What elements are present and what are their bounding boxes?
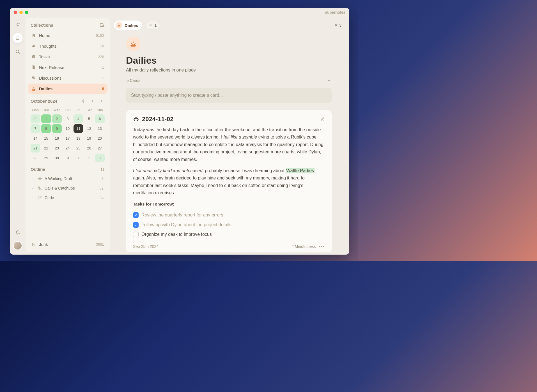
sidebar-item-count: 10 <box>100 44 104 48</box>
calendar-day[interactable]: 7 <box>31 124 40 133</box>
calendar-day[interactable]: 18 <box>74 134 83 143</box>
calendar-next-icon[interactable] <box>98 98 105 104</box>
collapse-icon[interactable] <box>327 78 331 83</box>
phone-icon <box>37 186 42 191</box>
calendar-day[interactable]: 23 <box>52 144 62 153</box>
chevron-right-icon: › <box>32 186 35 190</box>
calendar-day[interactable]: 26 <box>84 144 94 153</box>
filter-count: 1 <box>154 23 157 27</box>
list-view-icon[interactable] <box>13 33 23 43</box>
task-checkbox[interactable]: ✓ <box>133 212 139 218</box>
logo-icon[interactable] <box>13 20 23 30</box>
task-text: Review the quarterly report for any erro… <box>141 211 224 219</box>
card-tag[interactable]: # Mindfulness <box>292 244 316 249</box>
search-icon[interactable] <box>13 47 23 57</box>
calendar-day[interactable]: 14 <box>31 134 40 143</box>
outline-item-count: 52 <box>100 186 104 190</box>
calendar-day[interactable]: 27 <box>95 144 105 153</box>
calendar-prev-icon[interactable] <box>89 98 96 104</box>
sidebar-item-next-release[interactable]: Next Release1 <box>28 62 107 72</box>
calendar-month-label: October 2024 <box>31 99 57 103</box>
calendar-day[interactable]: 10 <box>63 124 72 133</box>
calendar-day[interactable]: 6 <box>95 114 105 123</box>
avatar[interactable] <box>13 241 22 250</box>
sidebar-item-dailies[interactable]: Dailies5 <box>28 84 107 94</box>
outline-item-calls-catchups[interactable]: ›Calls & Catchups52 <box>31 183 105 193</box>
svg-line-23 <box>118 25 118 25</box>
calendar-day[interactable]: 30 <box>52 154 62 162</box>
calendar-today-icon[interactable] <box>80 98 87 104</box>
draft-icon <box>37 176 42 181</box>
sunrise-icon <box>116 22 122 29</box>
sidebar-item-label: Thoughts <box>39 44 57 49</box>
sidebar-item-label: Tasks <box>39 54 50 59</box>
window-zoom[interactable] <box>25 11 28 14</box>
more-icon[interactable]: ••• <box>319 244 325 249</box>
wiki-link[interactable]: Waffle Parties <box>286 168 315 173</box>
outline-item-label: Code <box>45 195 54 200</box>
calendar-day[interactable]: 19 <box>84 134 94 143</box>
calendar-dow: Sat <box>84 107 94 113</box>
page-icon <box>126 36 141 51</box>
calendar-day[interactable]: 13 <box>95 124 105 133</box>
brand-label: supernotes <box>325 10 345 15</box>
notifications-icon[interactable] <box>13 228 23 238</box>
pin-chip[interactable]: 3 <box>332 22 343 29</box>
task-text: Organize my desk to improve focus <box>141 231 212 238</box>
branch-icon <box>37 195 42 200</box>
home-icon <box>31 33 36 38</box>
calendar-day[interactable]: 17 <box>63 134 72 143</box>
sidebar-item-label: Discussions <box>39 76 61 80</box>
chevron-right-icon: › <box>32 177 35 180</box>
task-checkbox[interactable]: ✓ <box>133 222 139 228</box>
calendar-day[interactable]: 11 <box>74 124 83 133</box>
outline-item-count: 7 <box>102 177 104 181</box>
window-minimize[interactable] <box>19 11 23 14</box>
window-close[interactable] <box>14 11 17 14</box>
calendar-day[interactable]: 28 <box>31 154 40 162</box>
outline-item-label: A Working Draft <box>45 176 72 181</box>
calendar-day[interactable]: 12 <box>84 124 94 133</box>
calendar-day[interactable]: 16 <box>52 134 62 143</box>
breadcrumb[interactable]: Dailies <box>114 20 142 30</box>
sidebar-item-home[interactable]: Home5153 <box>28 30 107 40</box>
add-collection-icon[interactable] <box>100 22 105 27</box>
calendar-day[interactable]: 15 <box>41 134 51 143</box>
calendar-day[interactable]: 30 <box>31 114 40 123</box>
sidebar-item-thoughts[interactable]: Thoughts10 <box>28 41 107 51</box>
calendar-day[interactable]: 3 <box>95 154 105 162</box>
edit-icon[interactable] <box>320 117 325 121</box>
calendar-day[interactable]: 3 <box>63 114 72 123</box>
outline-item-code[interactable]: ›Code24 <box>31 193 105 202</box>
calendar-day[interactable]: 2 <box>52 114 62 123</box>
task-checkbox[interactable] <box>133 232 139 237</box>
calendar-day[interactable]: 25 <box>74 144 83 153</box>
calendar-day[interactable]: 8 <box>41 124 51 133</box>
svg-line-4 <box>19 52 20 54</box>
outline-sort-icon[interactable] <box>100 167 105 172</box>
calendar-day[interactable]: 20 <box>95 134 105 143</box>
calendar-dow: Thu <box>63 107 72 113</box>
calendar-day[interactable]: 21 <box>31 144 40 153</box>
junk-item[interactable]: Junk 3681 <box>28 239 107 250</box>
compose-input[interactable]: Start typing / paste anything to create … <box>126 88 332 103</box>
svg-point-9 <box>32 55 35 58</box>
calendar-dow: Mon <box>31 107 40 113</box>
sidebar-item-discussions[interactable]: Discussions1 <box>28 73 107 83</box>
calendar-day[interactable]: 31 <box>63 154 72 162</box>
calendar-day[interactable]: 24 <box>63 144 72 153</box>
calendar-day[interactable]: 1 <box>41 114 51 123</box>
calendar-day[interactable]: 5 <box>84 114 94 123</box>
outline-item-label: Calls & Catchups <box>45 186 75 190</box>
calendar-day[interactable]: 9 <box>52 124 62 133</box>
calendar-day[interactable]: 2 <box>84 154 94 162</box>
filter-chip[interactable]: 1 <box>145 21 160 29</box>
junk-count: 3681 <box>96 242 104 246</box>
outline-item-a-working-draft[interactable]: ›A Working Draft7 <box>31 174 105 183</box>
svg-line-24 <box>120 25 120 25</box>
sidebar-item-tasks[interactable]: Tasks229 <box>28 52 107 62</box>
calendar-day[interactable]: 4 <box>74 114 83 123</box>
calendar-day[interactable]: 1 <box>74 154 83 162</box>
calendar-day[interactable]: 22 <box>41 144 51 153</box>
calendar-day[interactable]: 29 <box>41 154 51 162</box>
